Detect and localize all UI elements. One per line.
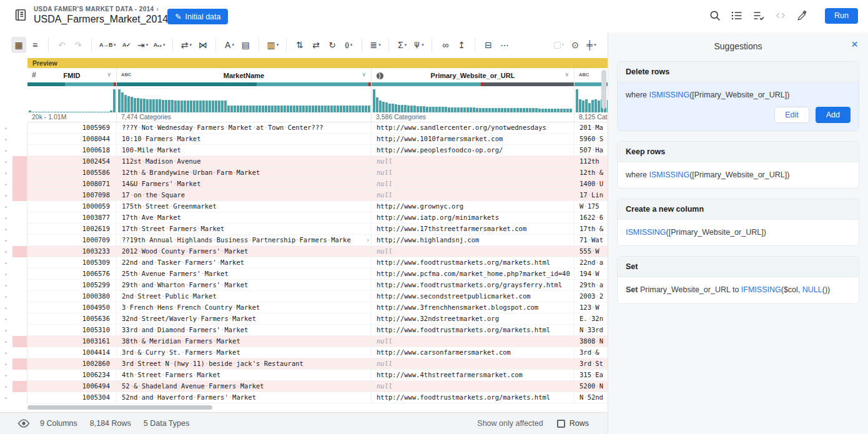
eyedropper-icon[interactable] (794, 7, 811, 24)
eye-icon[interactable] (17, 418, 30, 428)
view-grid-icon[interactable]: ▦ (11, 37, 26, 53)
data-quality-bar[interactable] (117, 82, 371, 86)
cell-marketname[interactable]: 4th·Street·Farmers·Market (117, 370, 372, 381)
row-gutter[interactable] (12, 358, 27, 370)
merge-columns-icon[interactable]: ⋈ (195, 37, 210, 53)
transpose-icon[interactable]: ↻ (325, 37, 340, 53)
cell-fmid[interactable]: 1007098 (27, 190, 117, 201)
cell-fmid[interactable]: 1005309 (27, 257, 117, 269)
table-row[interactable]: 10049503·French·Hens·French·Country·Mark… (0, 302, 608, 313)
cell-url[interactable]: http://www.17thstreetfarmersmarket.com (372, 224, 575, 235)
cell-fmid[interactable]: 1005299 (27, 280, 117, 291)
join-icon[interactable]: ∞ (438, 37, 453, 53)
cell-fmid[interactable]: 1005304 (27, 392, 117, 403)
table-row[interactable]: 100261917th·Street·Farmers·Markethttp://… (0, 224, 608, 235)
column-histogram[interactable] (27, 86, 116, 112)
cell-url[interactable]: null (372, 246, 575, 257)
table-row[interactable]: 1000618100-Mile·Markethttp://www.peoples… (0, 145, 608, 156)
standardize-icon[interactable]: A→B▾ (97, 37, 118, 53)
cell-marketname[interactable]: ???Y·Not·Wednesday·Farmers·Market·at·Tow… (117, 122, 372, 134)
row-gutter[interactable] (12, 347, 27, 358)
cell-fmid[interactable]: 1006576 (27, 269, 117, 280)
table-row[interactable]: 100709817·on·the·Squarenull17·Lin (0, 190, 608, 201)
unpivot-icon[interactable]: ⇅ (292, 37, 307, 53)
cell-fmid[interactable]: 1006494 (27, 381, 117, 392)
vertical-scrollbar[interactable] (601, 70, 606, 404)
cell-url[interactable]: http;//www.grownyc.org (372, 201, 575, 212)
row-gutter[interactable] (12, 156, 27, 167)
cell-marketname[interactable]: 10:10·Farmers·Market (117, 134, 372, 145)
cell-url[interactable]: null (372, 381, 575, 392)
functions-icon[interactable]: ⋔▾ (411, 37, 426, 53)
cell-marketname[interactable]: 17th·Ave·Market (117, 212, 372, 224)
run-button[interactable]: Run (825, 8, 858, 24)
table-row[interactable]: 1000709??19th·Annual·Highlands·Business·… (0, 235, 608, 246)
table-row[interactable]: 10032332012·Wood·County·Farmers'·Marketn… (0, 246, 608, 257)
cell-marketname[interactable]: 17·on·the·Square (117, 190, 372, 201)
cell-marketname[interactable]: 3rd·Street·N·(hwy·11)·beside·jack's·Rest… (117, 358, 372, 370)
row-gutter[interactable] (12, 134, 27, 145)
pivot-icon[interactable]: ⇄ (308, 37, 323, 53)
row-gutter[interactable] (12, 122, 27, 134)
row-gutter[interactable] (12, 246, 27, 257)
row-gutter[interactable] (12, 280, 27, 291)
recipe-list-icon[interactable] (729, 7, 745, 24)
cell-marketname[interactable]: 14&U·Farmers'·Market (117, 179, 372, 190)
row-gutter[interactable] (12, 224, 27, 235)
cell-fmid[interactable]: 1008071 (27, 179, 117, 190)
cell-url[interactable]: http;//www.highlandsnj.com (372, 235, 575, 246)
cell-marketname[interactable]: ??19th·Annual·Highlands·Business·Partner… (117, 235, 372, 246)
cell-fmid[interactable]: 1000380 (27, 291, 117, 302)
flash-fill-icon[interactable]: ▤ (238, 37, 253, 53)
row-gutter[interactable] (12, 190, 27, 201)
vertical-scrollbar-thumb[interactable] (601, 70, 606, 109)
suggestion-card-set[interactable]: SetSet Primary_Website_or_URL to IFMISSI… (617, 256, 859, 303)
cell-fmid[interactable]: 1002619 (27, 224, 117, 235)
cell-marketname[interactable]: 17th·Street·Farmers·Market (117, 224, 372, 235)
table-row[interactable]: 100807114&U·Farmers'·Marketnull1400·U (0, 179, 608, 190)
suggestion-card-create-a-new-column[interactable]: Create a new columnISMISSING([Primary_We… (617, 199, 859, 246)
table-row[interactable]: 1002454112st·Madison·Avenuenull112th (0, 156, 608, 167)
row-gutter[interactable] (12, 291, 27, 302)
column-menu-chevron-icon[interactable]: ∨ (565, 71, 569, 77)
column-histogram[interactable] (372, 86, 574, 112)
cell-marketname[interactable]: 25th·Avenue·Farmers'·Market (117, 269, 372, 280)
add-button[interactable]: Add (816, 107, 851, 123)
search-icon[interactable] (707, 7, 723, 24)
cell-fmid[interactable]: 1005969 (27, 122, 117, 134)
table-row[interactable]: 100563632nd·Street/Waverly·Farmers·Marke… (0, 313, 608, 325)
edit-button[interactable]: Edit (774, 107, 809, 123)
cell-url[interactable]: http://www.foodtrustmarkets.org/markets.… (372, 392, 575, 403)
cell-marketname[interactable]: 2012·Wood·County·Farmers'·Market (117, 246, 372, 257)
filter-icon[interactable]: ≣▾ (368, 37, 383, 53)
cell-url[interactable]: http://www.foodtrustmarkets.org/markets.… (372, 257, 575, 269)
data-quality-bar[interactable] (372, 82, 574, 86)
cell-fmid[interactable]: 1006234 (27, 370, 117, 381)
table-row[interactable]: 10028603rd·Street·N·(hwy·11)·beside·jack… (0, 358, 608, 370)
cell-url[interactable]: http://www.iatp.org/minimarkets (372, 212, 575, 224)
row-gutter[interactable] (12, 257, 27, 269)
cell-url[interactable]: http;//www.1010farmersmarket.com (372, 134, 575, 145)
column-header[interactable]: Primary_Website_or_URL∨ (372, 68, 574, 82)
table-row[interactable]: 1005969???Y·Not·Wednesday·Farmers·Market… (0, 122, 608, 134)
column-menu-chevron-icon[interactable]: ∨ (107, 71, 111, 77)
cell-url[interactable]: http://www.3frenchhensmarket.blogspot.co… (372, 302, 575, 313)
row-gutter[interactable] (12, 235, 27, 246)
cell-url[interactable]: http://www.peoplesfoodco-op.org/ (372, 145, 575, 156)
cell-url[interactable]: http;//www.32ndstreetmarket.org (372, 313, 575, 325)
table-row[interactable]: 100558612th·&·Brandywine·Urban·Farm·Mark… (0, 167, 608, 179)
table-row[interactable]: 10044143rd·&·Curry·St.·Farmers·Markethtt… (0, 347, 608, 358)
cell-fmid[interactable]: 1005636 (27, 313, 117, 325)
split-column-icon[interactable]: ⇄▾ (179, 37, 194, 53)
table-row[interactable]: 1000059175th·Street·Greenmarkethttp;//ww… (0, 201, 608, 212)
cell-marketname[interactable]: 12th·&·Brandywine·Urban·Farm·Market (117, 167, 372, 179)
cell-marketname[interactable]: 29th·and·Wharton·Farmers'·Market (117, 280, 372, 291)
row-gutter[interactable] (12, 167, 27, 179)
cell-url[interactable]: http://www.4thstreetfarmersmarket.com (372, 370, 575, 381)
breadcrumb[interactable]: USDA FAMER'S MARKET DATA - 2014› (34, 6, 159, 12)
row-gutter[interactable] (12, 313, 27, 325)
cell-marketname[interactable]: 3·French·Hens·French·Country·Market (117, 302, 372, 313)
view-list-icon[interactable]: ≡ (27, 37, 42, 53)
cell-marketname[interactable]: 3rd·&·Curry·St.·Farmers·Market (117, 347, 372, 358)
cell-url[interactable]: null (372, 336, 575, 347)
